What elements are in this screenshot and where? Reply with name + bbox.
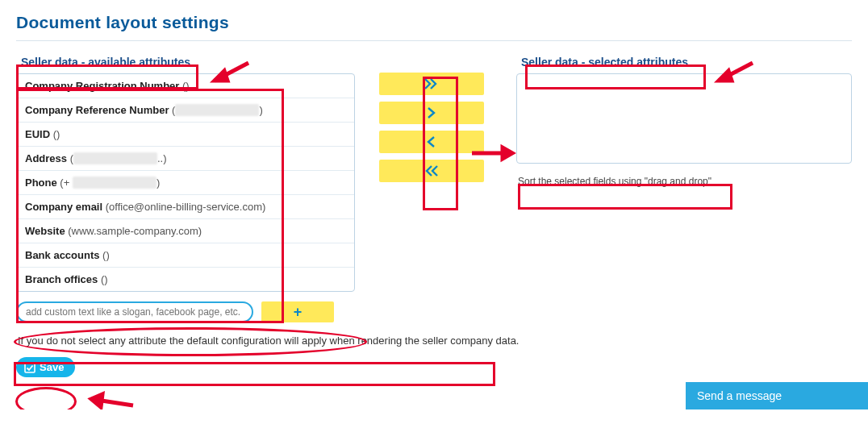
add-custom-text-button[interactable]: + bbox=[261, 301, 334, 322]
attribute-label: Phone bbox=[25, 177, 60, 189]
move-left-button[interactable] bbox=[379, 131, 484, 153]
svg-line-7 bbox=[91, 399, 133, 405]
attribute-value: () bbox=[101, 273, 108, 285]
move-right-button[interactable] bbox=[379, 102, 484, 124]
divider bbox=[16, 40, 852, 41]
attribute-label: Bank accounts bbox=[25, 249, 102, 261]
selected-attributes-list[interactable] bbox=[516, 73, 852, 164]
attribute-label: Company Reference Number bbox=[25, 104, 172, 116]
page-title: Document layout settings bbox=[16, 13, 852, 32]
available-item[interactable]: Phone (+ xxxxxxxxxxxxxxxx) bbox=[17, 171, 354, 195]
custom-text-input[interactable] bbox=[16, 301, 253, 322]
attribute-label: Company Registration Number bbox=[25, 80, 182, 92]
available-attributes-header: Seller data - available attributes bbox=[16, 52, 195, 72]
available-item[interactable]: Branch offices () bbox=[17, 268, 354, 291]
available-item[interactable]: EUID () bbox=[17, 123, 354, 147]
svg-rect-0 bbox=[25, 363, 35, 372]
attribute-value: (+ xxxxxxxxxxxxxxxx) bbox=[60, 177, 160, 189]
attribute-value: () bbox=[182, 80, 190, 92]
check-icon bbox=[24, 362, 35, 373]
available-item[interactable]: Company Reference Number (xxxxxxxxxxxxxx… bbox=[17, 98, 354, 123]
attribute-value: () bbox=[53, 128, 61, 140]
attribute-label: EUID bbox=[25, 128, 53, 140]
save-button[interactable]: Save bbox=[16, 357, 75, 377]
save-button-label: Save bbox=[40, 361, 64, 373]
attribute-value: () bbox=[102, 249, 110, 261]
attribute-label: Website bbox=[25, 225, 68, 237]
attribute-label: Branch offices bbox=[25, 273, 101, 285]
attribute-value: (xxxxxxxxxxxxxxxx) bbox=[172, 104, 263, 116]
attribute-value: (office@online-billing-service.com) bbox=[106, 201, 266, 213]
default-config-notice: If you do not select any attribute the d… bbox=[16, 332, 521, 349]
available-item[interactable]: Company email (office@online-billing-ser… bbox=[17, 195, 354, 219]
available-item[interactable]: Bank accounts () bbox=[17, 243, 354, 268]
attribute-label: Address bbox=[25, 152, 70, 164]
selected-attributes-header: Seller data - selected attributes bbox=[516, 52, 693, 72]
available-attributes-list[interactable]: Company Registration Number ()Company Re… bbox=[16, 73, 355, 292]
move-all-right-button[interactable] bbox=[379, 73, 484, 95]
attribute-value: (xxxxxxxxxxxxxxxx..) bbox=[70, 152, 167, 164]
move-buttons-column bbox=[379, 52, 492, 189]
chat-label: Send a message bbox=[697, 389, 782, 402]
attribute-value: (www.sample-company.com) bbox=[68, 225, 202, 237]
available-item[interactable]: Website (www.sample-company.com) bbox=[17, 219, 354, 243]
available-item[interactable]: Company Registration Number () bbox=[17, 74, 354, 98]
chat-widget[interactable]: Send a message bbox=[686, 382, 868, 409]
attribute-label: Company email bbox=[25, 201, 106, 213]
move-all-left-button[interactable] bbox=[379, 160, 484, 182]
available-item[interactable]: Address (xxxxxxxxxxxxxxxx..) bbox=[17, 147, 354, 171]
svg-marker-8 bbox=[91, 394, 102, 407]
drag-drop-hint: Sort the selected fields using "drag and… bbox=[516, 173, 713, 189]
